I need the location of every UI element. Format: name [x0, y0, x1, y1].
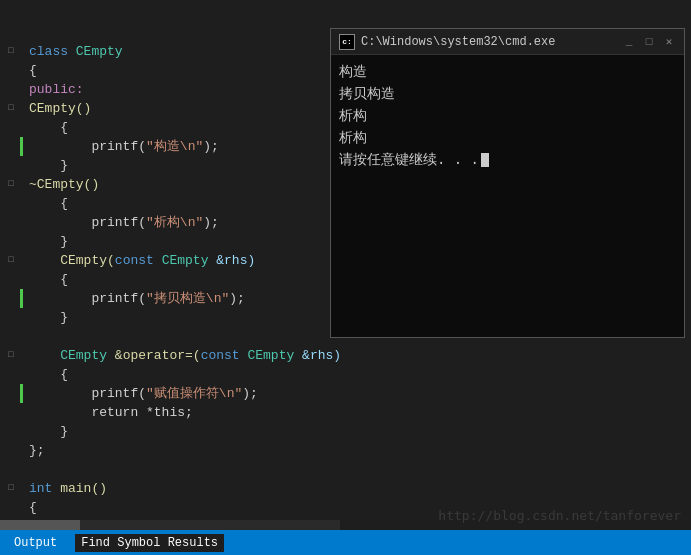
no-indicator	[20, 308, 23, 327]
code-text: {	[25, 270, 340, 289]
status-bar: Output Find Symbol Results	[0, 530, 691, 555]
horizontal-scrollbar[interactable]	[0, 520, 340, 530]
code-line: □CEmpty()	[0, 99, 340, 118]
line-gutter[interactable]: □	[2, 251, 20, 270]
no-indicator	[20, 213, 23, 232]
watermark: http://blog.csdn.net/tanforever	[438, 508, 681, 523]
no-indicator	[20, 498, 23, 517]
line-gutter[interactable]: □	[2, 479, 20, 498]
code-text: return *this;	[25, 403, 340, 422]
code-line: }	[0, 422, 340, 441]
no-indicator	[20, 479, 23, 498]
tab-output[interactable]: Output	[8, 534, 63, 552]
code-text: {	[25, 118, 340, 137]
code-line: {	[0, 118, 340, 137]
code-text: printf("构造\n");	[25, 137, 340, 156]
no-indicator	[20, 194, 23, 213]
code-line: printf("构造\n");	[0, 137, 340, 156]
code-text: printf("析构\n");	[25, 213, 340, 232]
code-text: printf("赋值操作符\n");	[25, 384, 340, 403]
no-indicator	[20, 156, 23, 175]
code-line: };	[0, 441, 340, 460]
code-text: {	[25, 61, 340, 80]
code-line: }	[0, 232, 340, 251]
code-line: {	[0, 194, 340, 213]
code-text: {	[25, 498, 340, 517]
no-indicator	[20, 175, 23, 194]
code-text: CEmpty()	[25, 99, 340, 118]
cmd-output-line: 析构	[339, 105, 676, 127]
code-line	[0, 327, 340, 346]
line-gutter[interactable]: □	[2, 99, 20, 118]
code-line: {	[0, 498, 340, 517]
code-line: {	[0, 270, 340, 289]
code-editor[interactable]: □class CEmpty{public:□CEmpty() { printf(…	[0, 0, 340, 530]
no-indicator	[20, 80, 23, 99]
code-line: □int main()	[0, 479, 340, 498]
code-line: {	[0, 61, 340, 80]
code-line: public:	[0, 80, 340, 99]
cmd-close-btn[interactable]: ✕	[662, 35, 676, 49]
no-indicator	[20, 99, 23, 118]
code-line: □ CEmpty &operator=(const CEmpty &rhs)	[0, 346, 340, 365]
code-line	[0, 460, 340, 479]
code-content: □class CEmpty{public:□CEmpty() { printf(…	[0, 0, 340, 530]
code-text: };	[25, 441, 340, 460]
code-line: □class CEmpty	[0, 42, 340, 61]
cmd-output-line: 拷贝构造	[339, 83, 676, 105]
cmd-maximize-btn[interactable]: □	[642, 35, 656, 49]
code-text: public:	[25, 80, 340, 99]
code-text: {	[25, 365, 340, 384]
cmd-body: 构造拷贝构造析构析构请按任意键继续. . .	[331, 55, 684, 177]
no-indicator	[20, 365, 23, 384]
no-indicator	[20, 232, 23, 251]
cmd-icon: c:	[339, 34, 355, 50]
no-indicator	[20, 346, 23, 365]
cmd-output-line: 析构	[339, 127, 676, 149]
modified-indicator	[20, 289, 23, 308]
no-indicator	[20, 270, 23, 289]
code-line: printf("赋值操作符\n");	[0, 384, 340, 403]
cmd-window: c: C:\Windows\system32\cmd.exe _ □ ✕ 构造拷…	[330, 28, 685, 338]
code-line: {	[0, 365, 340, 384]
code-line: }	[0, 156, 340, 175]
scrollbar-thumb[interactable]	[0, 520, 80, 530]
cmd-output-line: 请按任意键继续. . .	[339, 149, 676, 171]
no-indicator	[20, 42, 23, 61]
code-text: }	[25, 232, 340, 251]
code-text: }	[25, 156, 340, 175]
cmd-title: C:\Windows\system32\cmd.exe	[361, 35, 616, 49]
no-indicator	[20, 61, 23, 80]
no-indicator	[20, 422, 23, 441]
code-line: }	[0, 308, 340, 327]
no-indicator	[20, 403, 23, 422]
code-line: printf("析构\n");	[0, 213, 340, 232]
tab-find-symbol-results[interactable]: Find Symbol Results	[75, 534, 224, 552]
code-text: {	[25, 194, 340, 213]
code-line: printf("拷贝构造\n");	[0, 289, 340, 308]
cmd-minimize-btn[interactable]: _	[622, 35, 636, 49]
modified-indicator	[20, 137, 23, 156]
cmd-titlebar: c: C:\Windows\system32\cmd.exe _ □ ✕	[331, 29, 684, 55]
no-indicator	[20, 251, 23, 270]
line-gutter[interactable]: □	[2, 346, 20, 365]
line-gutter[interactable]: □	[2, 42, 20, 61]
no-indicator	[20, 460, 23, 479]
code-text: CEmpty(const CEmpty &rhs)	[25, 251, 340, 270]
code-text: class CEmpty	[25, 42, 340, 61]
code-line: □ CEmpty(const CEmpty &rhs)	[0, 251, 340, 270]
code-text: }	[25, 422, 340, 441]
code-text: int main()	[25, 479, 340, 498]
no-indicator	[20, 441, 23, 460]
code-line: return *this;	[0, 403, 340, 422]
no-indicator	[20, 118, 23, 137]
code-line: □~CEmpty()	[0, 175, 340, 194]
code-text: ~CEmpty()	[25, 175, 340, 194]
code-text: CEmpty &operator=(const CEmpty &rhs)	[25, 346, 340, 365]
no-indicator	[20, 327, 23, 346]
line-gutter[interactable]: □	[2, 175, 20, 194]
code-text: printf("拷贝构造\n");	[25, 289, 340, 308]
cursor	[481, 153, 489, 167]
cmd-output-line: 构造	[339, 61, 676, 83]
modified-indicator	[20, 384, 23, 403]
